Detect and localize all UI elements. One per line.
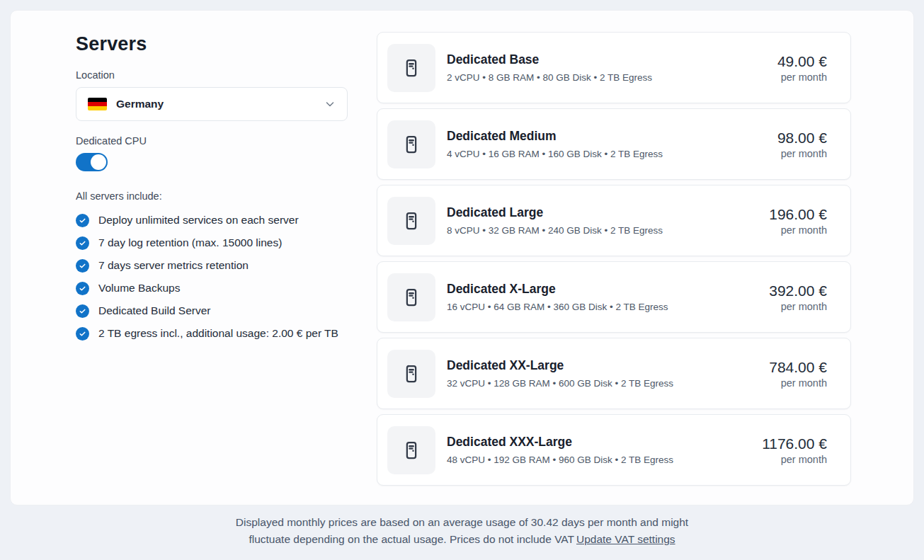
price-period: per month	[769, 301, 827, 312]
check-circle-icon	[76, 282, 89, 295]
chevron-down-icon	[324, 98, 336, 110]
server-card-dedicated-base[interactable]: Dedicated Base 2 vCPU • 8 GB RAM • 80 GB…	[377, 32, 851, 103]
feature-item: 7 day log retention (max. 15000 lines)	[76, 234, 348, 251]
feature-text: Deploy unlimited services on each server	[98, 212, 299, 229]
server-icon	[387, 44, 435, 92]
page-title: Servers	[76, 33, 348, 55]
server-card-dedicated-xx-large[interactable]: Dedicated XX-Large 32 vCPU • 128 GB RAM …	[377, 338, 851, 409]
price-period: per month	[777, 72, 827, 83]
dedicated-cpu-label: Dedicated CPU	[76, 135, 348, 147]
server-name: Dedicated Large	[447, 205, 663, 220]
server-price: 1176.00 €	[762, 435, 827, 452]
location-label: Location	[76, 69, 348, 81]
price-period: per month	[769, 377, 827, 389]
server-icon	[387, 273, 435, 321]
check-circle-icon	[76, 236, 89, 250]
server-name: Dedicated Base	[447, 52, 652, 67]
server-name: Dedicated XXX-Large	[447, 435, 673, 450]
server-card-dedicated-medium[interactable]: Dedicated Medium 4 vCPU • 16 GB RAM • 16…	[377, 108, 851, 180]
server-price: 392.00 €	[769, 282, 827, 299]
feature-text: Dedicated Build Server	[98, 302, 211, 319]
server-specs: 48 vCPU • 192 GB RAM • 960 GB Disk • 2 T…	[447, 455, 673, 465]
server-specs: 2 vCPU • 8 GB RAM • 80 GB Disk • 2 TB Eg…	[447, 72, 652, 83]
server-price: 49.00 €	[777, 53, 827, 70]
feature-text: 7 days server metrics retention	[98, 257, 249, 274]
feature-text: 2 TB egress incl., additional usage: 2.0…	[98, 325, 338, 342]
server-list: Dedicated Base 2 vCPU • 8 GB RAM • 80 GB…	[377, 32, 851, 491]
server-name: Dedicated XX-Large	[447, 358, 673, 373]
server-card-dedicated-large[interactable]: Dedicated Large 8 vCPU • 32 GB RAM • 240…	[377, 185, 851, 256]
feature-item: Deploy unlimited services on each server	[76, 212, 348, 229]
server-icon	[387, 350, 435, 398]
filters-panel: Servers Location Germany Dedicated CPU A…	[76, 33, 348, 348]
feature-item: Dedicated Build Server	[76, 302, 348, 319]
dedicated-cpu-toggle[interactable]	[76, 153, 108, 171]
server-specs: 32 vCPU • 128 GB RAM • 600 GB Disk • 2 T…	[447, 378, 673, 389]
server-price: 98.00 €	[777, 130, 827, 147]
server-icon	[387, 426, 435, 474]
server-name: Dedicated X-Large	[447, 282, 668, 297]
server-icon	[387, 197, 435, 245]
feature-text: Volume Backups	[98, 280, 180, 297]
feature-item: 7 days server metrics retention	[76, 257, 348, 274]
feature-item: 2 TB egress incl., additional usage: 2.0…	[76, 325, 348, 342]
price-period: per month	[777, 148, 827, 159]
feature-list: Deploy unlimited services on each server…	[76, 212, 348, 342]
server-card-dedicated-xxx-large[interactable]: Dedicated XXX-Large 48 vCPU • 192 GB RAM…	[377, 414, 851, 486]
check-circle-icon	[76, 304, 89, 318]
server-specs: 8 vCPU • 32 GB RAM • 240 GB Disk • 2 TB …	[447, 225, 663, 236]
germany-flag-icon	[88, 98, 107, 110]
price-period: per month	[769, 224, 827, 236]
pricing-note: Displayed monthly prices are based on an…	[0, 514, 924, 548]
server-card-dedicated-x-large[interactable]: Dedicated X-Large 16 vCPU • 64 GB RAM • …	[377, 261, 851, 333]
feature-text: 7 day log retention (max. 15000 lines)	[98, 234, 282, 251]
check-circle-icon	[76, 259, 89, 273]
includes-label: All servers include:	[76, 190, 348, 202]
price-period: per month	[762, 454, 827, 465]
server-name: Dedicated Medium	[447, 129, 663, 144]
check-circle-icon	[76, 214, 89, 227]
server-specs: 16 vCPU • 64 GB RAM • 360 GB Disk • 2 TB…	[447, 302, 668, 312]
toggle-knob	[91, 154, 106, 170]
location-select[interactable]: Germany	[76, 87, 348, 121]
server-price: 196.00 €	[769, 206, 827, 223]
server-price: 784.00 €	[769, 359, 827, 376]
check-circle-icon	[76, 327, 89, 341]
main-container: Servers Location Germany Dedicated CPU A…	[10, 10, 914, 505]
server-specs: 4 vCPU • 16 GB RAM • 160 GB Disk • 2 TB …	[447, 149, 663, 159]
feature-item: Volume Backups	[76, 280, 348, 297]
update-vat-link[interactable]: Update VAT settings	[576, 533, 675, 545]
location-value: Germany	[116, 98, 164, 110]
server-icon	[387, 120, 435, 168]
